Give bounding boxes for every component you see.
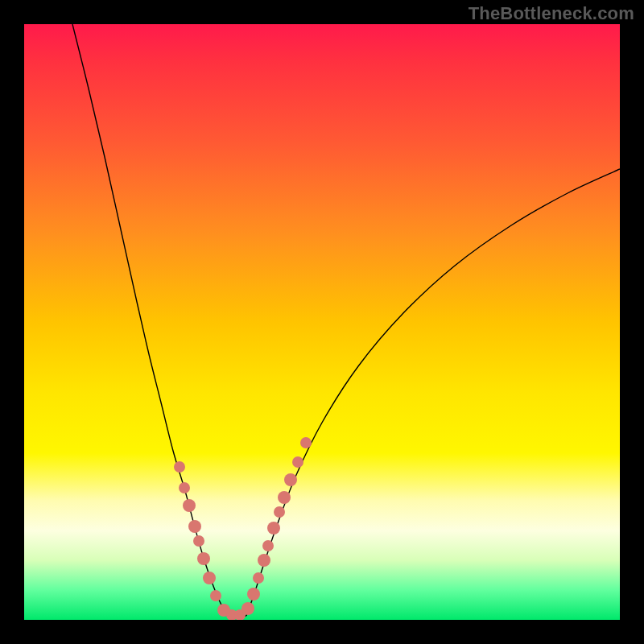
- curve-left-path: [72, 24, 227, 616]
- curve-right-path: [246, 169, 620, 616]
- data-dot: [284, 473, 297, 486]
- data-dot: [300, 437, 312, 448]
- data-dot: [274, 506, 285, 518]
- plot-area: [24, 24, 620, 620]
- data-dot: [210, 590, 221, 601]
- data-dot: [174, 461, 185, 473]
- data-dot: [278, 491, 291, 504]
- data-dot: [253, 572, 264, 584]
- data-dot: [188, 520, 201, 533]
- data-dot: [262, 540, 274, 551]
- data-dot: [183, 499, 196, 512]
- data-dot: [193, 535, 204, 547]
- data-dot: [203, 572, 216, 584]
- scatter-dots: [174, 437, 312, 620]
- curve-overlay: [24, 24, 620, 620]
- data-dot: [292, 456, 303, 468]
- data-dot: [197, 552, 210, 565]
- chart-frame: TheBottleneck.com: [0, 0, 644, 644]
- data-dot: [179, 482, 190, 493]
- data-dot: [247, 588, 260, 601]
- data-dot: [242, 602, 254, 615]
- watermark-label: TheBottleneck.com: [469, 3, 634, 24]
- data-dot: [267, 522, 280, 535]
- data-dot: [258, 554, 270, 567]
